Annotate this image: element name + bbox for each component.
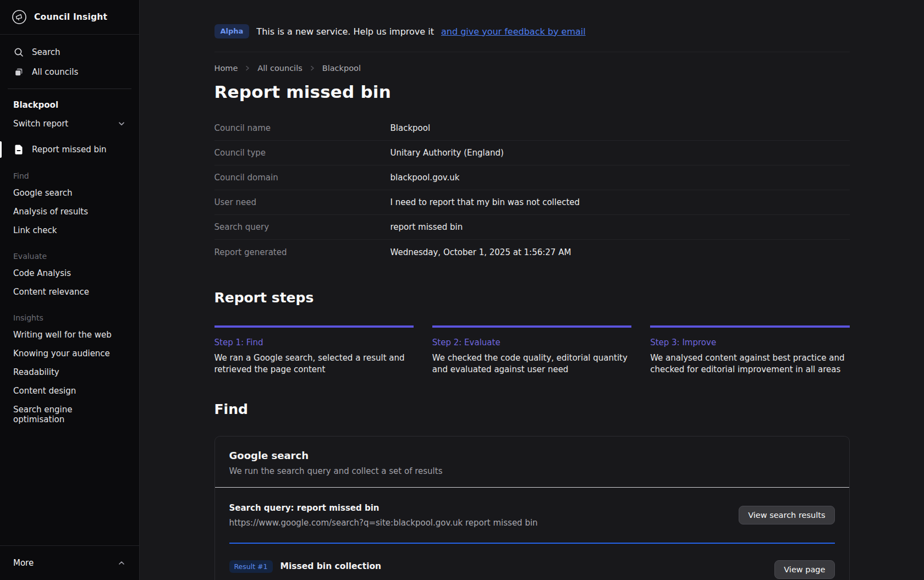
row-label: Council name [215, 123, 391, 133]
document-icon [13, 144, 24, 155]
table-row: Council type Unitary Authority (England) [215, 141, 850, 165]
switch-report-label: Switch report [13, 119, 68, 129]
search-query-label: Search query: report missed bin [229, 503, 538, 513]
row-value: I need to report that my bin was not col… [391, 197, 580, 207]
card-header: Google search We run the search query an… [215, 437, 849, 487]
breadcrumb-home[interactable]: Home [215, 64, 238, 73]
step-title: Step 3: Improve [650, 338, 849, 347]
breadcrumb: Home All councils Blackpool [215, 64, 850, 73]
step-title: Step 2: Evaluate [432, 338, 631, 347]
row-value: blackpool.gov.uk [391, 173, 460, 183]
details-table: Council name Blackpool Council type Unit… [215, 116, 850, 264]
sidebar-item-seo[interactable]: Search engine optimisation [0, 400, 139, 429]
sidebar-item-label: Google search [13, 188, 73, 198]
sidebar-item-search[interactable]: Search [0, 42, 139, 62]
result-block: Result #1 Missed bin collection Sep 17, … [229, 560, 577, 580]
row-label: User need [215, 197, 391, 207]
more-button[interactable]: More [0, 545, 139, 580]
sidebar-item-label: Report missed bin [32, 145, 107, 154]
councils-copy-icon [13, 67, 24, 78]
step-card-find: Step 1: Find We ran a Google search, sel… [215, 325, 414, 376]
breadcrumb-current: Blackpool [322, 64, 361, 73]
step-description: We checked the code quality, editorial q… [432, 352, 631, 376]
table-row: Search query report missed bin [215, 215, 850, 240]
sidebar-item-label: Search engine optimisation [13, 405, 126, 424]
google-search-card: Google search We run the search query an… [215, 436, 850, 580]
result-badge: Result #1 [229, 560, 273, 573]
app-title: Council Insight [34, 12, 107, 22]
sidebar-item-content-relevance[interactable]: Content relevance [0, 283, 139, 301]
step-description: We ran a Google search, selected a resul… [215, 352, 414, 376]
sidebar-council-name: Blackpool [0, 96, 139, 114]
search-query-block: Search query: report missed bin https://… [229, 503, 538, 528]
sidebar-item-label: Content design [13, 386, 76, 396]
sidebar-item-label: Analysis of results [13, 207, 88, 217]
sidebar-item-analysis-of-results[interactable]: Analysis of results [0, 202, 139, 221]
sidebar-item-code-analysis[interactable]: Code Analysis [0, 264, 139, 283]
card-subtitle: We run the search query and collect a se… [229, 466, 835, 476]
sidebar-item-link-check[interactable]: Link check [0, 221, 139, 240]
sidebar: Council Insight Search All councils Blac… [0, 0, 140, 580]
sidebar-item-readability[interactable]: Readability [0, 363, 139, 382]
banner-message: This is a new service. Help us improve i… [256, 26, 434, 37]
chevron-right-icon [309, 64, 316, 72]
chevron-right-icon [244, 64, 251, 72]
active-item-indicator [0, 141, 2, 158]
breadcrumb-all-councils[interactable]: All councils [257, 64, 302, 73]
alpha-banner: Alpha This is a new service. Help us imp… [215, 24, 850, 52]
sidebar-divider [8, 89, 131, 89]
table-row: Council name Blackpool [215, 116, 850, 141]
table-row: Report generated Wednesday, October 1, 2… [215, 240, 850, 264]
chevron-up-icon [117, 559, 126, 567]
row-value: Blackpool [391, 123, 431, 133]
sidebar-item-report-missed-bin[interactable]: Report missed bin [0, 140, 139, 159]
sidebar-item-google-search[interactable]: Google search [0, 184, 139, 202]
card-body: Search query: report missed bin https://… [215, 488, 849, 580]
more-label: More [13, 558, 34, 568]
row-label: Council type [215, 148, 391, 158]
chevron-down-icon [117, 119, 126, 128]
feedback-email-link[interactable]: and give your feedback by email [441, 26, 586, 37]
sidebar-item-knowing-audience[interactable]: Knowing your audience [0, 344, 139, 363]
sidebar-item-label: All councils [32, 67, 78, 77]
card-title: Google search [229, 450, 835, 461]
sidebar-item-all-councils[interactable]: All councils [0, 62, 139, 82]
search-query-url: https://www.google.com/search?q=site:bla… [229, 518, 538, 528]
sidebar-section-find: Find [0, 168, 139, 184]
view-page-button[interactable]: View page [774, 560, 834, 579]
megaphone-logo-icon [12, 9, 27, 25]
sidebar-header: Council Insight [0, 0, 139, 35]
result-head: Result #1 Missed bin collection [229, 560, 577, 573]
sidebar-section-evaluate: Evaluate [0, 248, 139, 264]
sidebar-item-label: Search [32, 47, 61, 57]
sidebar-item-label: Knowing your audience [13, 349, 110, 358]
sidebar-item-label: Writing well for the web [13, 330, 112, 340]
row-value: report missed bin [391, 222, 463, 232]
find-heading: Find [215, 401, 850, 417]
sidebar-item-label: Readability [13, 367, 59, 377]
sidebar-item-writing-well[interactable]: Writing well for the web [0, 325, 139, 344]
sidebar-nav: Search All councils Blackpool Switch rep… [0, 35, 139, 545]
sidebar-item-label: Link check [13, 225, 57, 235]
result-row: Result #1 Missed bin collection Sep 17, … [229, 560, 835, 580]
sidebar-item-content-design[interactable]: Content design [0, 382, 139, 400]
result-divider [229, 543, 835, 544]
row-value: Wednesday, October 1, 2025 at 1:56:27 AM [391, 247, 571, 257]
sidebar-section-insights: Insights [0, 310, 139, 325]
report-steps: Step 1: Find We ran a Google search, sel… [215, 325, 850, 376]
report-steps-heading: Report steps [215, 290, 850, 306]
search-query-row: Search query: report missed bin https://… [229, 503, 835, 528]
sidebar-item-label: Content relevance [13, 287, 89, 297]
view-search-results-button[interactable]: View search results [739, 506, 834, 524]
sidebar-item-switch-report[interactable]: Switch report [0, 114, 139, 133]
step-card-improve: Step 3: Improve We analysed content agai… [650, 325, 849, 376]
search-icon [13, 47, 24, 58]
step-description: We analysed content against best practic… [650, 352, 849, 376]
table-row: Council domain blackpool.gov.uk [215, 165, 850, 190]
alpha-badge: Alpha [215, 24, 250, 38]
result-title: Missed bin collection [280, 561, 382, 571]
table-row: User need I need to report that my bin w… [215, 190, 850, 215]
row-label: Search query [215, 222, 391, 232]
row-label: Council domain [215, 173, 391, 183]
main-content: Alpha This is a new service. Help us imp… [140, 0, 924, 580]
